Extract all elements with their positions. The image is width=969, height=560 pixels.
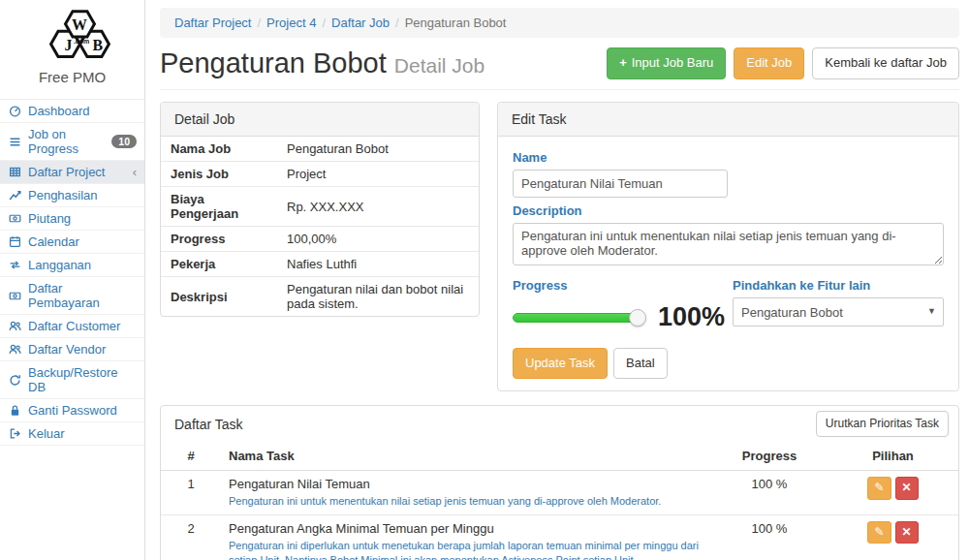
svg-text:W: W <box>72 16 87 33</box>
detail-job-panel-title: Detail Job <box>161 103 479 137</box>
sidebar-item-label: Dashboard <box>28 104 90 118</box>
detail-value: Pengaturan nilai dan bobot nilai pada si… <box>275 277 479 317</box>
sidebar-item-daftar-vendor[interactable]: Daftar Vendor <box>0 338 144 361</box>
breadcrumb-link-daftar-project[interactable]: Daftar Project <box>174 16 251 30</box>
detail-label: Nama Job <box>161 137 275 162</box>
progress-slider[interactable] <box>513 313 639 323</box>
task-row: 2 Pengaturan Angka Minimal Temuan per Mi… <box>161 515 958 560</box>
pencil-icon: ✎ <box>874 480 884 496</box>
move-to-feature-select[interactable]: Pengaturan Bobot <box>733 297 944 327</box>
task-name: Pengaturan Nilai Temuan <box>229 477 703 491</box>
task-description: Pengaturan ini diperlukan untuk menetuka… <box>229 539 703 560</box>
tachometer-icon <box>8 105 21 117</box>
retweet-icon <box>8 259 21 271</box>
daftar-task-panel: Daftar Task Urutkan Prioritas Task # Nam… <box>160 405 959 560</box>
sidebar-item-label: Daftar Pembayaran <box>28 281 137 310</box>
kembali-ke-daftar-job-button[interactable]: Kembali ke daftar Job <box>812 47 959 78</box>
breadcrumb-separator: / <box>316 16 331 30</box>
sidebar-item-calendar[interactable]: Calendar <box>0 231 144 254</box>
table-row: Biaya Pengerjaan Rp. XXX.XXX <box>161 187 479 227</box>
sidebar-item-label: Job on Progress <box>28 127 105 156</box>
daftar-task-heading: Daftar Task Urutkan Prioritas Task <box>161 406 958 442</box>
page-title: Pengaturan BobotDetail Job <box>160 47 484 79</box>
task-progress: 100 % <box>711 515 828 560</box>
breadcrumb: Daftar Project/Project 4/Daftar Job/Peng… <box>160 8 959 38</box>
breadcrumb-separator: / <box>390 16 405 30</box>
task-progress: 100 % <box>711 471 828 515</box>
edit-task-button[interactable]: ✎ <box>867 521 891 544</box>
detail-label: Progress <box>161 227 275 252</box>
detail-value: Rp. XXX.XXX <box>275 187 479 227</box>
svg-text:B: B <box>92 37 103 53</box>
breadcrumb-link-project-4[interactable]: Project 4 <box>266 16 316 30</box>
plus-icon: + <box>619 54 627 72</box>
users-icon <box>8 320 21 332</box>
urutkan-prioritas-task-button[interactable]: Urutkan Prioritas Task <box>816 411 949 437</box>
task-description: Pengaturan ini untuk menentukan nilai se… <box>229 494 703 509</box>
app-window: J W B .com Free PMO Dashboard Job on Pro… <box>0 0 969 560</box>
detail-label: Deskripsi <box>161 277 275 317</box>
daftar-task-panel-title: Daftar Task <box>174 417 243 432</box>
sidebar-item-label: Langganan <box>28 258 91 272</box>
delete-task-button[interactable]: ✕ <box>895 477 919 499</box>
move-to-feature-label: Pindahkan ke Fitur lain <box>733 278 944 293</box>
logo[interactable]: J W B .com Free PMO <box>0 0 144 99</box>
refresh-icon <box>8 374 21 387</box>
detail-value: 100,00% <box>275 227 479 252</box>
sidebar-item-label: Daftar Customer <box>28 319 120 333</box>
sidebar-item-daftar-project[interactable]: Daftar Project ‹ <box>0 161 144 184</box>
detail-job-panel: Detail Job Nama Job Pengaturan Bobot Jen… <box>160 102 480 317</box>
progress-value: 100% <box>658 302 725 332</box>
breadcrumb-link-daftar-job[interactable]: Daftar Job <box>331 16 390 30</box>
chevron-left-icon: ‹ <box>133 166 137 178</box>
task-name-input[interactable] <box>513 170 728 198</box>
sidebar-item-ganti-password[interactable]: Ganti Password <box>0 399 144 422</box>
users-icon <box>8 343 21 356</box>
sidebar-item-langganan[interactable]: Langganan <box>0 254 144 277</box>
table-row: Progress 100,00% <box>161 227 479 252</box>
edit-task-panel: Edit Task Name Description Pengaturan in… <box>497 102 959 391</box>
progress-label: Progress <box>513 278 733 293</box>
task-number: 1 <box>161 471 221 515</box>
detail-value: Pengaturan Bobot <box>275 137 479 162</box>
col-header-name: Nama Task <box>221 442 711 471</box>
sidebar-item-label: Ganti Password <box>28 403 117 418</box>
detail-value: Nafies Luthfi <box>275 252 479 277</box>
svg-text:J: J <box>64 37 72 53</box>
update-task-button[interactable]: Update Task <box>513 348 608 379</box>
sidebar-item-piutang[interactable]: Piutang <box>0 207 144 231</box>
edit-job-button[interactable]: Edit Job <box>734 47 804 78</box>
sidebar-item-dashboard[interactable]: Dashboard <box>0 100 144 123</box>
table-row: Deskripsi Pengaturan nilai dan bobot nil… <box>161 277 479 317</box>
breadcrumb-current: Pengaturan Bobot <box>405 16 507 30</box>
edit-task-button[interactable]: ✎ <box>867 477 891 499</box>
batal-button[interactable]: Batal <box>613 348 668 379</box>
detail-label: Jenis Job <box>161 162 275 187</box>
sign-out-icon <box>8 427 21 440</box>
col-header-progress: Progress <box>711 442 828 471</box>
task-row: 1 Pengaturan Nilai Temuan Pengaturan ini… <box>161 471 958 515</box>
detail-label: Pekerja <box>161 252 275 277</box>
sidebar-item-penghasilan[interactable]: Penghasilan <box>0 184 144 207</box>
delete-task-button[interactable]: ✕ <box>895 521 919 544</box>
input-job-baru-button[interactable]: + Input Job Baru <box>607 47 726 78</box>
delete-icon: ✕ <box>902 524 912 541</box>
sidebar-item-daftar-pembayaran[interactable]: Daftar Pembayaran <box>0 277 144 315</box>
money-icon <box>8 212 21 225</box>
progress-slider-handle[interactable] <box>629 309 646 327</box>
table-row: Nama Job Pengaturan Bobot <box>161 137 479 162</box>
col-header-num: # <box>161 442 221 471</box>
list-icon <box>8 136 21 148</box>
table-row: Jenis Job Project <box>161 162 479 187</box>
page-header: Pengaturan BobotDetail Job + Input Job B… <box>160 46 959 90</box>
sidebar-item-keluar[interactable]: Keluar <box>0 422 144 446</box>
svg-text:.com: .com <box>73 38 88 45</box>
detail-value: Project <box>275 162 479 187</box>
page-subtitle: Detail Job <box>394 54 484 77</box>
task-description-textarea[interactable]: Pengaturan ini untuk menentukan nilai se… <box>513 223 944 265</box>
sidebar-item-daftar-customer[interactable]: Daftar Customer <box>0 315 144 338</box>
sidebar-item-backup-restore-db[interactable]: Backup/Restore DB <box>0 361 144 399</box>
sidebar-item-job-on-progress[interactable]: Job on Progress 10 <box>0 123 144 161</box>
task-number: 2 <box>161 515 221 560</box>
breadcrumb-separator: / <box>251 16 266 30</box>
